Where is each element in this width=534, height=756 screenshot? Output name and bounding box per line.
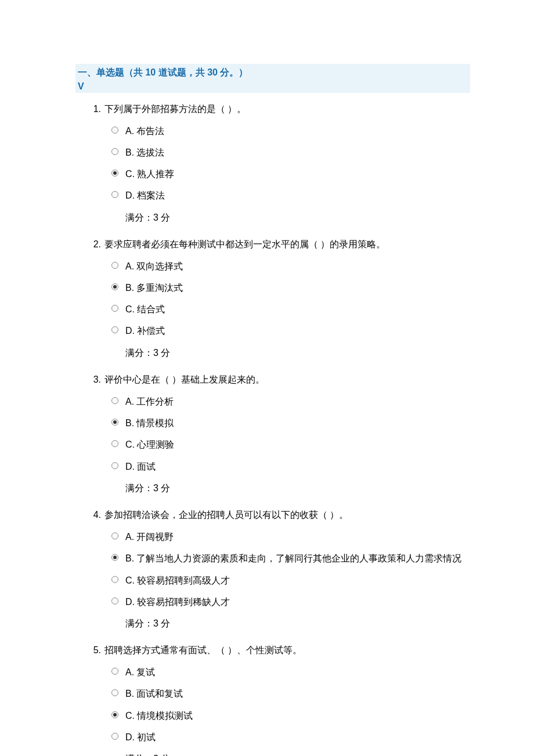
radio-icon bbox=[111, 440, 118, 447]
option-c[interactable]: C.情境模拟测试 bbox=[111, 705, 470, 726]
question-text: 招聘选择方式通常有面试、（ ）、个性测试等。 bbox=[104, 642, 470, 658]
option-letter: C. bbox=[125, 166, 135, 182]
option-d[interactable]: D.较容易招聘到稀缺人才 bbox=[111, 591, 470, 613]
option-letter: A. bbox=[125, 123, 134, 139]
option-b[interactable]: B.情景模拟 bbox=[111, 412, 470, 434]
question-2: 2. 要求应聘者必须在每种测试中都达到一定水平的属（ ）的录用策略。 A.双向选… bbox=[75, 233, 470, 363]
radio-icon bbox=[111, 711, 118, 718]
radio-icon bbox=[111, 462, 118, 469]
option-letter: B. bbox=[125, 550, 134, 566]
option-letter: C. bbox=[125, 708, 135, 723]
radio-icon bbox=[111, 191, 118, 198]
question-list: 1. 下列属于外部招募方法的是（ ）。 A.布告法 B.选拔法 C.熟人推荐 D… bbox=[75, 98, 470, 756]
question-number: 4. bbox=[88, 507, 101, 523]
question-stem: 4. 参加招聘洽谈会，企业的招聘人员可以有以下的收获（ ）。 bbox=[75, 503, 470, 526]
option-letter: C. bbox=[125, 301, 135, 317]
radio-icon bbox=[111, 148, 118, 155]
radio-icon bbox=[111, 305, 118, 312]
radio-icon bbox=[111, 419, 118, 426]
option-b[interactable]: B.多重淘汰式 bbox=[111, 277, 470, 298]
option-a[interactable]: A.双向选择式 bbox=[111, 255, 470, 277]
option-d[interactable]: D.档案法 bbox=[111, 185, 470, 206]
option-letter: B. bbox=[125, 145, 134, 160]
option-text: 面试 bbox=[137, 459, 470, 474]
question-stem: 2. 要求应聘者必须在每种测试中都达到一定水平的属（ ）的录用策略。 bbox=[75, 233, 470, 255]
option-group: A.开阔视野 B.了解当地人力资源的素质和走向，了解同行其他企业的人事政策和人力… bbox=[75, 526, 470, 613]
radio-icon bbox=[111, 733, 118, 740]
option-text: 较容易招聘到高级人才 bbox=[137, 573, 470, 588]
option-letter: D. bbox=[125, 459, 135, 474]
option-letter: D. bbox=[125, 188, 135, 203]
question-5: 5. 招聘选择方式通常有面试、（ ）、个性测试等。 A.复试 B.面试和复试 C… bbox=[75, 639, 470, 756]
option-text: 结合式 bbox=[137, 301, 470, 317]
option-letter: C. bbox=[125, 573, 135, 588]
question-text: 要求应聘者必须在每种测试中都达到一定水平的属（ ）的录用策略。 bbox=[104, 236, 470, 252]
option-letter: D. bbox=[125, 729, 135, 745]
question-text: 参加招聘洽谈会，企业的招聘人员可以有以下的收获（ ）。 bbox=[104, 507, 470, 523]
radio-icon bbox=[111, 283, 118, 290]
section-mark: V bbox=[75, 81, 470, 93]
option-text: 熟人推荐 bbox=[137, 166, 470, 182]
option-letter: A. bbox=[125, 529, 134, 545]
option-text: 初试 bbox=[137, 729, 470, 745]
option-text: 情境模拟测试 bbox=[137, 708, 470, 723]
section-header: 一、单选题（共 10 道试题，共 30 分。） bbox=[75, 64, 470, 81]
option-text: 较容易招聘到稀缺人才 bbox=[137, 594, 470, 610]
option-a[interactable]: A.布告法 bbox=[111, 120, 470, 142]
option-text: 补偿式 bbox=[137, 323, 470, 339]
option-text: 面试和复试 bbox=[136, 686, 470, 701]
question-number: 3. bbox=[88, 372, 101, 387]
option-text: 情景模拟 bbox=[136, 415, 470, 431]
question-number: 2. bbox=[88, 236, 101, 252]
option-group: A.双向选择式 B.多重淘汰式 C.结合式 D.补偿式 bbox=[75, 255, 470, 342]
option-text: 复试 bbox=[136, 664, 470, 680]
option-text: 选拔法 bbox=[136, 145, 470, 160]
option-b[interactable]: B.了解当地人力资源的素质和走向，了解同行其他企业的人事政策和人力需求情况 bbox=[111, 548, 470, 569]
score-line: 满分：3 分 bbox=[75, 613, 470, 634]
question-number: 5. bbox=[88, 642, 101, 658]
question-number: 1. bbox=[88, 101, 101, 117]
option-letter: B. bbox=[125, 280, 134, 296]
radio-icon bbox=[111, 127, 118, 134]
option-letter: D. bbox=[125, 323, 135, 339]
option-letter: A. bbox=[125, 664, 134, 680]
option-text: 布告法 bbox=[136, 123, 470, 139]
radio-icon bbox=[111, 262, 118, 269]
option-c[interactable]: C.心理测验 bbox=[111, 434, 470, 455]
option-c[interactable]: C.熟人推荐 bbox=[111, 163, 470, 185]
option-text: 档案法 bbox=[137, 188, 470, 203]
question-1: 1. 下列属于外部招募方法的是（ ）。 A.布告法 B.选拔法 C.熟人推荐 D… bbox=[75, 98, 470, 228]
question-stem: 3. 评价中心是在（ ）基础上发展起来的。 bbox=[75, 368, 470, 391]
question-3: 3. 评价中心是在（ ）基础上发展起来的。 A.工作分析 B.情景模拟 C.心理… bbox=[75, 368, 470, 499]
option-c[interactable]: C.结合式 bbox=[111, 298, 470, 320]
option-b[interactable]: B.面试和复试 bbox=[111, 683, 470, 704]
option-text: 开阔视野 bbox=[136, 529, 470, 545]
option-a[interactable]: A.工作分析 bbox=[111, 391, 470, 412]
radio-icon bbox=[111, 326, 118, 333]
option-letter: C. bbox=[125, 437, 135, 452]
question-4: 4. 参加招聘洽谈会，企业的招聘人员可以有以下的收获（ ）。 A.开阔视野 B.… bbox=[75, 503, 470, 634]
option-group: A.复试 B.面试和复试 C.情境模拟测试 D.初试 bbox=[75, 661, 470, 748]
option-a[interactable]: A.复试 bbox=[111, 661, 470, 683]
option-letter: B. bbox=[125, 686, 134, 701]
radio-icon bbox=[111, 532, 118, 539]
option-letter: B. bbox=[125, 415, 134, 431]
option-group: A.工作分析 B.情景模拟 C.心理测验 D.面试 bbox=[75, 391, 470, 477]
option-text: 工作分析 bbox=[136, 394, 470, 409]
score-line: 满分：3 分 bbox=[75, 207, 470, 228]
option-d[interactable]: D.初试 bbox=[111, 726, 470, 748]
option-a[interactable]: A.开阔视野 bbox=[111, 526, 470, 548]
radio-icon bbox=[111, 170, 118, 177]
option-b[interactable]: B.选拔法 bbox=[111, 142, 470, 163]
option-d[interactable]: D.补偿式 bbox=[111, 320, 470, 341]
radio-icon bbox=[111, 689, 118, 696]
option-d[interactable]: D.面试 bbox=[111, 456, 470, 477]
option-text: 了解当地人力资源的素质和走向，了解同行其他企业的人事政策和人力需求情况 bbox=[136, 550, 470, 566]
radio-icon bbox=[111, 668, 118, 675]
option-text: 心理测验 bbox=[137, 437, 470, 452]
radio-icon bbox=[111, 554, 118, 561]
option-text: 多重淘汰式 bbox=[136, 280, 470, 296]
option-text: 双向选择式 bbox=[136, 258, 470, 274]
option-c[interactable]: C.较容易招聘到高级人才 bbox=[111, 570, 470, 591]
score-line: 满分：3 分 bbox=[75, 748, 470, 756]
